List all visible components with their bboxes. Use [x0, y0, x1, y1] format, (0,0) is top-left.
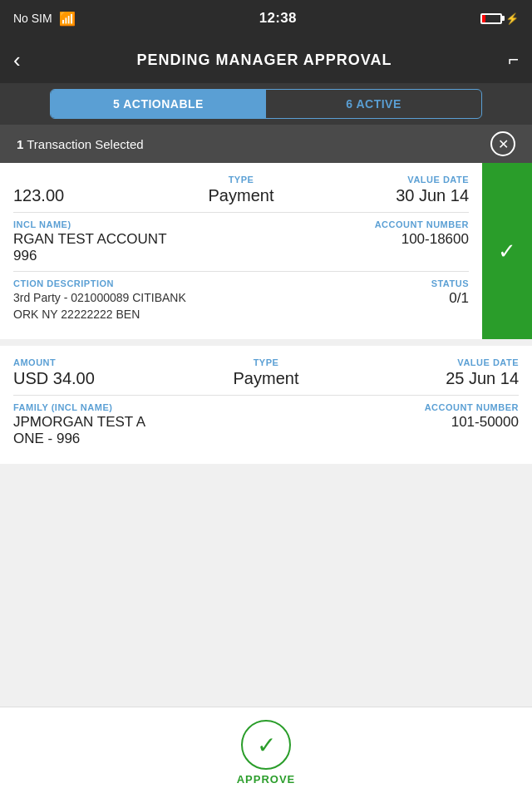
card1-valuedate-field: VALUE DATE 30 Jun 14	[317, 175, 469, 205]
transaction-card-2[interactable]: AMOUNT USD 34.00 TYPE Payment VALUE DATE…	[0, 346, 532, 464]
transaction-card-1[interactable]: AMOUNT 123.00 TYPE Payment VALUE DATE 30…	[0, 163, 532, 339]
card1-account-label: ACCOUNT NUMBER	[241, 219, 469, 229]
tab-active-label: 6 ACTIVE	[346, 97, 401, 111]
card1-row1: AMOUNT 123.00 TYPE Payment VALUE DATE 30…	[13, 175, 469, 205]
card1-type-label: TYPE	[165, 175, 318, 185]
status-bar: No SIM 📶 12:38 ⚡	[0, 0, 532, 37]
wifi-icon: 📶	[59, 11, 76, 27]
card2-valuedate-value: 25 Jun 14	[350, 369, 519, 388]
transactions-area: AMOUNT 123.00 TYPE Payment VALUE DATE 30…	[0, 163, 532, 554]
page-title: PENDING MANAGER APPROVAL	[136, 52, 392, 69]
card2-account-value: 101-50000	[266, 414, 519, 431]
tabs-bar: 5 ACTIONABLE 6 ACTIVE	[0, 83, 532, 125]
time-label: 12:38	[259, 10, 297, 27]
card1-account-value: 100-18600	[241, 231, 469, 248]
card1-status-field: STATUS 0/1	[317, 278, 469, 307]
card2-divider1	[13, 395, 519, 396]
card1-divider1	[13, 212, 469, 213]
tabs-container: 5 ACTIONABLE 6 ACTIVE	[50, 89, 482, 119]
card2-family-line1: JPMORGAN TEST A	[13, 414, 145, 430]
tab-actionable-label: 5 ACTIONABLE	[113, 97, 204, 111]
card1-status-value: 0/1	[317, 290, 469, 307]
card1-valuedate-label: VALUE DATE	[317, 175, 469, 185]
card1-amount-field: AMOUNT 123.00	[13, 175, 165, 205]
card1-row3: CTION DESCRIPTION 3rd Party - 021000089 …	[13, 278, 469, 323]
approve-overlay: ✓ APPROVE	[0, 707, 532, 798]
filter-button[interactable]: ⌐	[508, 49, 519, 71]
card2-valuedate-label: VALUE DATE	[350, 357, 519, 367]
battery-icon	[480, 13, 502, 24]
card1-desc-value: 3rd Party - 021000089 CITIBANKORK NY 222…	[13, 290, 317, 323]
card2-account-field: ACCOUNT NUMBER 101-50000	[266, 402, 519, 431]
transaction-card-1-content: AMOUNT 123.00 TYPE Payment VALUE DATE 30…	[0, 163, 482, 339]
card2-family-value2: ONE - 996	[13, 431, 266, 447]
card1-type-value: Payment	[165, 186, 318, 205]
selection-label: Transaction Selected	[27, 137, 143, 151]
tab-active[interactable]: 6 ACTIVE	[266, 90, 481, 118]
approve-label: APPROVE	[237, 773, 296, 786]
card1-row2: INCL NAME) RGAN TEST ACCOUNT 996 ACCOUNT…	[13, 219, 469, 264]
card2-account-label: ACCOUNT NUMBER	[266, 402, 519, 412]
card1-divider2	[13, 271, 469, 272]
card1-family-label: INCL NAME)	[13, 219, 241, 229]
selection-bar: 1 Transaction Selected ✕	[0, 125, 532, 163]
back-button[interactable]: ‹	[13, 47, 21, 73]
card2-amount-label: AMOUNT	[13, 357, 182, 367]
carrier-label: No SIM	[13, 12, 52, 25]
card1-amount-value: 123.00	[13, 186, 165, 205]
card1-family-field: INCL NAME) RGAN TEST ACCOUNT 996	[13, 219, 241, 264]
approve-check-icon: ✓	[257, 732, 276, 759]
card1-status-label: STATUS	[317, 278, 469, 288]
card1-selected-bar: ✓	[482, 163, 532, 339]
card1-family-value: RGAN TEST ACCOUNT 996	[13, 231, 241, 264]
card2-row1: AMOUNT USD 34.00 TYPE Payment VALUE DATE…	[13, 357, 519, 388]
card2-type-value: Payment	[182, 369, 351, 388]
card2-type-field: TYPE Payment	[182, 357, 351, 388]
card2-amount-value: USD 34.00	[13, 369, 182, 388]
card2-family-label: FAMILY (INCL NAME)	[13, 402, 266, 412]
card2-family-value: JPMORGAN TEST A	[13, 414, 266, 431]
tab-actionable[interactable]: 5 ACTIONABLE	[51, 90, 266, 118]
card2-type-label: TYPE	[182, 357, 351, 367]
card1-desc-label: CTION DESCRIPTION	[13, 278, 317, 288]
close-selection-button[interactable]: ✕	[490, 131, 515, 156]
card2-valuedate-field: VALUE DATE 25 Jun 14	[350, 357, 519, 388]
card2-family-field: FAMILY (INCL NAME) JPMORGAN TEST A ONE -…	[13, 402, 266, 447]
approve-button[interactable]: ✓	[241, 720, 291, 770]
card2-row2: FAMILY (INCL NAME) JPMORGAN TEST A ONE -…	[13, 402, 519, 447]
card1-valuedate-value: 30 Jun 14	[317, 186, 469, 205]
transaction-card-2-content: AMOUNT USD 34.00 TYPE Payment VALUE DATE…	[0, 346, 532, 464]
card1-account-field: ACCOUNT NUMBER 100-18600	[241, 219, 469, 248]
card1-type-field: TYPE Payment	[165, 175, 318, 205]
card1-checkmark-icon: ✓	[498, 239, 516, 264]
nav-header: ‹ PENDING MANAGER APPROVAL ⌐	[0, 37, 532, 83]
charging-icon: ⚡	[505, 12, 519, 25]
status-right: ⚡	[480, 12, 519, 25]
selection-count: 1	[17, 137, 23, 151]
card1-desc-field: CTION DESCRIPTION 3rd Party - 021000089 …	[13, 278, 317, 323]
card2-amount-field: AMOUNT USD 34.00	[13, 357, 182, 388]
status-left: No SIM 📶	[13, 11, 76, 27]
selection-text: 1 Transaction Selected	[17, 137, 144, 151]
